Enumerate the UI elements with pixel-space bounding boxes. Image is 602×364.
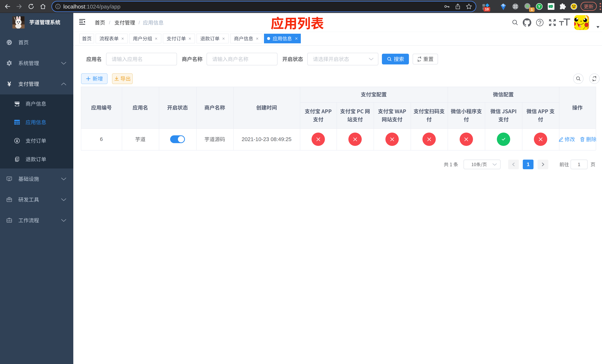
svg-text:Y: Y bbox=[538, 4, 540, 9]
